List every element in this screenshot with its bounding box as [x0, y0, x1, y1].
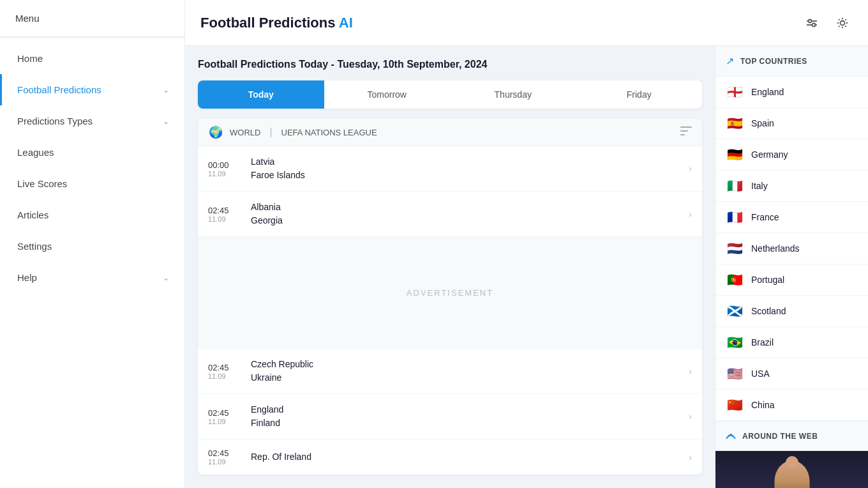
country-item-england[interactable]: 🏴󠁧󠁢󠁥󠁮󠁧󠁿 England — [715, 77, 868, 108]
team1-name: Czech Republic — [251, 358, 681, 371]
country-item-portugal[interactable]: 🇵🇹 Portugal — [715, 264, 868, 296]
country-item-germany[interactable]: 🇩🇪 Germany — [715, 139, 868, 171]
tab-thursday[interactable]: Thursday — [450, 80, 576, 109]
page-subtitle: Football Predictions Today - Tuesday, 10… — [198, 59, 702, 70]
league-competition: UEFA NATIONS LEAGUE — [281, 128, 377, 137]
england-name: England — [751, 87, 784, 97]
match-time: 02:45 11.09 — [208, 363, 243, 380]
filter-lines-icon — [680, 126, 692, 138]
league-region: WORLD — [230, 128, 260, 137]
match-time-top: 02:45 — [208, 408, 243, 418]
match-row[interactable]: 02:45 11.09 Albania Georgia › — [198, 192, 702, 237]
sidebar-item-predictions-types[interactable]: Predictions Types ⌄ — [0, 105, 184, 137]
svg-point-6 — [841, 20, 845, 25]
country-item-spain[interactable]: 🇪🇸 Spain — [715, 108, 868, 139]
around-web-header: AROUND THE WEB — [715, 421, 868, 451]
tab-tomorrow[interactable]: Tomorrow — [324, 80, 451, 109]
league-section: 🌍 WORLD | UEFA NATIONS LEAGUE — [198, 119, 702, 475]
portugal-flag: 🇵🇹 — [726, 272, 744, 287]
leagues-label: Leagues — [17, 147, 54, 158]
match-row[interactable]: 00:00 11.09 Latvia Faroe Islands › — [198, 146, 702, 192]
sidebar-item-articles[interactable]: Articles — [0, 199, 184, 231]
country-item-italy[interactable]: 🇮🇹 Italy — [715, 171, 868, 202]
match-row[interactable]: 02:45 11.09 Rep. Of Ireland › — [198, 439, 702, 475]
brazil-flag: 🇧🇷 — [726, 335, 744, 350]
france-name: France — [751, 212, 779, 222]
match-arrow-icon: › — [689, 411, 692, 422]
sidebar: Menu Home Football Predictions ⌄ Predict… — [0, 0, 185, 488]
country-item-china[interactable]: 🇨🇳 China — [715, 390, 868, 421]
match-time-top: 02:45 — [208, 206, 243, 215]
home-label: Home — [17, 53, 43, 64]
sidebar-item-football-predictions[interactable]: Football Predictions ⌄ — [0, 74, 184, 105]
match-date: 11.09 — [208, 458, 243, 466]
live-scores-label: Live Scores — [17, 178, 67, 189]
match-date: 11.09 — [208, 170, 243, 178]
app-title: Football Predictions AI — [200, 15, 353, 31]
content-area: Football Predictions Today - Tuesday, 10… — [185, 46, 868, 488]
england-flag: 🏴󠁧󠁢󠁥󠁮󠁧󠁿 — [726, 84, 744, 100]
predictions-types-chevron: ⌄ — [163, 117, 169, 126]
settings-label: Settings — [17, 241, 52, 252]
portugal-name: Portugal — [751, 275, 784, 285]
sidebar-nav: Home Football Predictions ⌄ Predictions … — [0, 38, 184, 293]
netherlands-name: Netherlands — [751, 243, 800, 254]
country-list: 🏴󠁧󠁢󠁥󠁮󠁧󠁿 England 🇪🇸 Spain 🇩🇪 Germany 🇮🇹 I… — [715, 77, 868, 421]
svg-point-0 — [809, 19, 812, 22]
team2-name: Georgia — [251, 214, 681, 227]
country-item-netherlands[interactable]: 🇳🇱 Netherlands — [715, 233, 868, 264]
sidebar-item-settings[interactable]: Settings — [0, 231, 184, 262]
around-web-preview — [715, 451, 868, 488]
app-title-ai: AI — [339, 15, 353, 31]
match-time-top: 00:00 — [208, 160, 243, 170]
country-item-france[interactable]: 🇫🇷 France — [715, 202, 868, 233]
country-item-brazil[interactable]: 🇧🇷 Brazil — [715, 327, 868, 358]
china-name: China — [751, 400, 775, 410]
league-divider: | — [269, 126, 272, 138]
sidebar-item-leagues[interactable]: Leagues — [0, 137, 184, 168]
arrow-up-right-icon: ↗ — [726, 55, 734, 67]
league-flag: 🌍 — [208, 127, 223, 137]
match-teams: Albania Georgia — [243, 201, 689, 227]
svg-line-13 — [846, 19, 846, 20]
football-predictions-chevron: ⌄ — [163, 86, 169, 95]
sidebar-item-home[interactable]: Home — [0, 43, 184, 74]
svg-point-1 — [812, 23, 816, 26]
match-time: 00:00 11.09 — [208, 160, 243, 178]
usa-name: USA — [751, 369, 770, 379]
svg-line-11 — [839, 19, 839, 20]
app-title-text: Football Predictions — [200, 15, 335, 31]
tab-friday[interactable]: Friday — [576, 80, 703, 109]
match-arrow-icon: › — [689, 452, 692, 462]
country-item-scotland[interactable]: 🏴󠁧󠁢󠁳󠁣󠁴󠁿 Scotland — [715, 296, 868, 327]
match-list-area: Football Predictions Today - Tuesday, 10… — [185, 46, 715, 488]
main-content: Football Predictions AI — [185, 0, 868, 488]
germany-flag: 🇩🇪 — [726, 147, 744, 162]
team2-name: Finland — [251, 416, 681, 430]
scotland-flag: 🏴󠁧󠁢󠁳󠁣󠁴󠁿 — [726, 303, 744, 319]
sidebar-item-live-scores[interactable]: Live Scores — [0, 168, 184, 199]
match-teams: Rep. Of Ireland — [243, 450, 689, 464]
match-row[interactable]: 02:45 11.09 England Finland › — [198, 394, 702, 439]
match-arrow-icon: › — [689, 209, 692, 219]
svg-rect-15 — [680, 126, 692, 128]
team1-name: Latvia — [251, 155, 681, 169]
team2-name: Faroe Islands — [251, 169, 681, 182]
predictions-types-label: Predictions Types — [17, 116, 93, 126]
italy-name: Italy — [751, 181, 768, 191]
filter-icon[interactable] — [802, 13, 822, 33]
tab-today[interactable]: Today — [198, 80, 324, 109]
match-teams: England Finland — [243, 403, 689, 430]
top-countries-header: ↗ TOP COUNTRIES — [715, 46, 868, 77]
sun-icon[interactable] — [832, 13, 853, 33]
match-time-top: 02:45 — [208, 363, 243, 372]
help-label: Help — [17, 272, 37, 283]
match-time: 02:45 11.09 — [208, 408, 243, 425]
match-row[interactable]: 02:45 11.09 Czech Republic Ukraine › — [198, 349, 702, 394]
topbar-actions — [802, 13, 853, 33]
match-time: 02:45 11.09 — [208, 206, 243, 223]
sidebar-item-help[interactable]: Help ⌄ — [0, 262, 184, 293]
country-item-usa[interactable]: 🇺🇸 USA — [715, 358, 868, 390]
spain-name: Spain — [751, 118, 774, 128]
team1-name: England — [251, 403, 681, 416]
